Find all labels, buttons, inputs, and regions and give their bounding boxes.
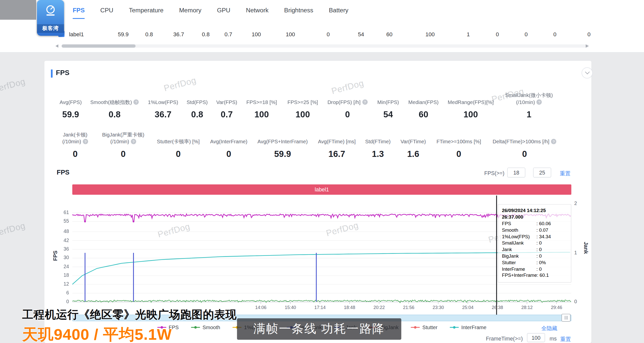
hide-all-link[interactable]: 全隐藏	[541, 325, 557, 332]
summary-value: 0.8	[145, 31, 153, 37]
frametime-reset-link[interactable]: 重置	[560, 336, 571, 343]
tooltip-row-value: : 60.06	[537, 221, 551, 227]
tab-gpu[interactable]: GPU	[217, 6, 230, 13]
metric-label-line: Smooth(稳帧指数)?	[90, 99, 139, 106]
series-banner: label1	[72, 184, 571, 195]
tooltip-row-value: : 0	[537, 240, 542, 247]
x-axis-tick: 25:04	[462, 305, 473, 310]
summary-value: 100	[425, 31, 435, 37]
metric-avg-fps-interframe: Avg(FPS+InterFrame)59.9	[257, 131, 308, 159]
y-axis-tick-left: 24	[53, 264, 69, 269]
metric-label: Jank(卡顿)(/10min)?	[62, 131, 88, 146]
datazoom-handle[interactable]	[561, 314, 571, 322]
legend-series-icon	[411, 325, 420, 329]
panel-title: FPS	[56, 69, 69, 77]
metric-var-fps: Var(FPS)0.7	[216, 91, 237, 120]
y-axis-tick-right: 0	[574, 299, 577, 304]
legend-item-interframe[interactable]: InterFrame	[450, 325, 486, 330]
metric-label-line: Std(FPS)	[186, 99, 208, 106]
metric-value: 0	[436, 149, 481, 159]
metric-label-line: FTime>=100ms [%]	[436, 139, 481, 146]
tooltip-row-value: : 0	[537, 253, 542, 260]
metric-label-line: Var(FTime)	[400, 139, 426, 146]
tab-cpu[interactable]: CPU	[100, 6, 113, 13]
x-axis-tick: 23:30	[433, 305, 444, 310]
y-axis-tick-left: 48	[53, 228, 69, 234]
y-axis-tick-left: 18	[53, 272, 69, 278]
tooltip-rows: FPS: 60.06Smooth: 0.071%Low(FPS): 34.34S…	[502, 221, 567, 279]
tooltip-row-label: BigJank	[502, 253, 536, 260]
legend-item-smooth[interactable]: Smooth	[191, 325, 220, 330]
metric-label-line: Avg(FPS+InterFrame)	[257, 139, 308, 146]
frametime-unit: ms	[550, 336, 557, 342]
metric-label-line: FPS>=18 [%]	[246, 99, 277, 106]
help-icon[interactable]: ?	[83, 139, 88, 144]
chart-cursor-line	[496, 195, 497, 315]
tab-temperature[interactable]: Temperature	[129, 6, 163, 13]
metric-avg-ftime: Avg(FTime) [ms]16.7	[318, 131, 356, 159]
summary-value: 0	[327, 31, 330, 37]
legend-series-icon	[450, 325, 459, 329]
metric-label: Avg(InterFrame)	[210, 131, 247, 146]
help-icon[interactable]: ?	[131, 139, 136, 144]
y-axis-tick-right: 1	[574, 250, 577, 255]
tooltip-row-value: : 34.34	[537, 233, 551, 240]
metric-value: 0	[210, 149, 247, 159]
x-axis-tick: 18:48	[344, 305, 355, 310]
scroll-right-arrow-icon[interactable]	[586, 44, 588, 48]
summary-value: 0	[496, 31, 499, 37]
metric-label-line: MedRange(FPS)[%]	[448, 99, 494, 106]
help-icon[interactable]: ?	[134, 99, 139, 105]
summary-value: 60	[386, 31, 393, 37]
y-axis-tick-left: 42	[53, 237, 69, 243]
metric-value: 100	[246, 110, 277, 120]
chart-tooltip: 26/09/2024 14:12:25 26:37.000 FPS: 60.06…	[498, 204, 571, 283]
tooltip-row: SmallJank: 0	[502, 240, 567, 247]
fps-filter-max-input[interactable]	[533, 167, 551, 177]
y-axis-name-right: Jank	[583, 242, 589, 254]
summary-value: 0.7	[224, 31, 232, 37]
frametime-input[interactable]	[527, 333, 545, 342]
fps-filter-reset-link[interactable]: 重置	[560, 170, 571, 177]
tooltip-row-label: InterFrame	[502, 266, 536, 272]
legend-item-stutter[interactable]: Stutter	[411, 325, 438, 330]
x-axis-tick: 17:14	[314, 305, 326, 310]
y-axis-tick-left: 55	[53, 218, 69, 224]
fps-filter-label: FPS(>=)	[484, 170, 504, 176]
panel-collapse-button[interactable]	[582, 67, 593, 79]
legend-series-icon	[191, 325, 200, 329]
tab-memory[interactable]: Memory	[179, 6, 201, 13]
metric-fps-ge-25: FPS>=25 [%]100	[287, 91, 318, 120]
metric-value: 59.9	[60, 110, 82, 120]
help-icon[interactable]: ?	[362, 99, 367, 105]
summary-scrollbar[interactable]	[62, 44, 589, 48]
tab-fps[interactable]: FPS	[73, 6, 85, 13]
x-axis-tick: 28:12	[521, 305, 533, 310]
tooltip-row-value: : 60.1	[537, 272, 549, 279]
tab-battery[interactable]: Battery	[329, 6, 349, 13]
metric-value: 1.6	[400, 149, 426, 159]
y-axis-tick-left: 36	[53, 246, 69, 252]
metric-label: Var(FTime)	[400, 131, 426, 146]
summary-value: 0	[525, 31, 528, 37]
fps-filter-min-input[interactable]	[507, 167, 525, 177]
tooltip-row: InterFrame: 0	[502, 266, 567, 272]
metric-label: Stutter(卡顿率) [%]	[157, 131, 200, 146]
metric-label-line: (/10min)?	[62, 139, 88, 146]
help-icon[interactable]: ?	[537, 99, 542, 105]
metric-drop-fps: Drop(FPS) [/h]?0	[327, 91, 367, 120]
metric-label: 1%Low(FPS)	[148, 91, 178, 106]
legend-item-label: Smooth	[203, 325, 220, 330]
scroll-left-arrow-icon[interactable]	[55, 44, 58, 48]
tab-network[interactable]: Network	[246, 6, 269, 13]
tab-brightness[interactable]: Brightness	[284, 6, 313, 13]
x-axis-tick: 29:46	[551, 305, 562, 310]
header: FPSCPUTemperatureMemoryGPUNetworkBrightn…	[0, 0, 644, 53]
tooltip-datetime: 26/09/2024 14:12:25	[502, 207, 567, 214]
video-subtitle-chip: 天玑9400 / 平均5.1W	[22, 324, 172, 343]
metric-value: 0.8	[90, 110, 139, 120]
help-icon[interactable]: ?	[551, 139, 556, 144]
scrollbar-thumb[interactable]	[62, 44, 136, 48]
x-axis-tick: 21:56	[403, 305, 414, 310]
metric-value: 0	[62, 149, 88, 159]
